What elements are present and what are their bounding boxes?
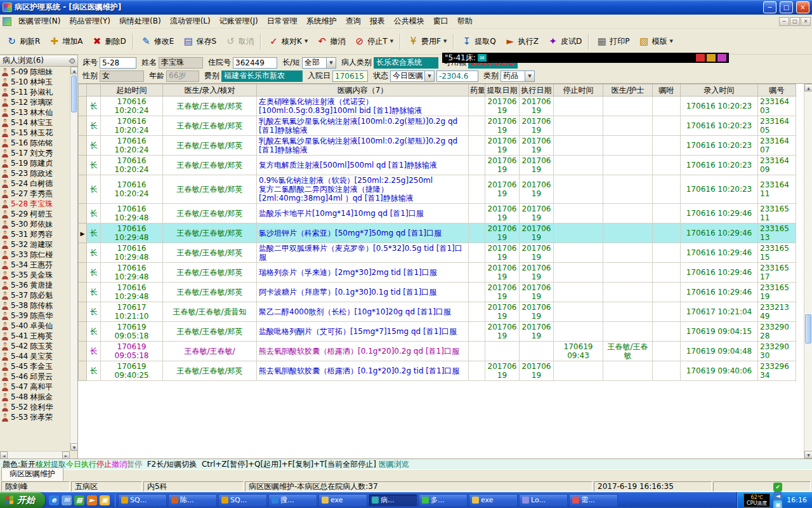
- patient-item[interactable]: 5-28 李宝珠: [0, 199, 70, 209]
- menu-item[interactable]: 日常管理: [263, 15, 302, 28]
- patient-item[interactable]: 5-13 林木仙: [0, 107, 70, 117]
- column-header[interactable]: [79, 84, 87, 97]
- patient-item[interactable]: 5-23 陈政述: [0, 168, 70, 178]
- order-row[interactable]: 长 170616 10:20:24 王春敏/王春敏/郑英 复方电解质注射液[50…: [79, 156, 796, 175]
- order-row[interactable]: 长 170619 09:05:18 王春敏/王春敏/郑英 盐酸吡格列酮片（艾可拓…: [79, 322, 796, 342]
- child-close-button[interactable]: ×: [801, 17, 811, 26]
- column-header[interactable]: 录入时间: [681, 84, 758, 97]
- patient-item[interactable]: 5-47 高和平: [0, 382, 70, 392]
- patient-item[interactable]: 5-27 李秀燕: [0, 189, 70, 199]
- menu-item[interactable]: 记账管理(J): [215, 15, 263, 28]
- dropdown-arrow-icon[interactable]: ▼: [424, 70, 435, 82]
- menu-item[interactable]: 流动管理(L): [166, 15, 215, 28]
- category-select[interactable]: 药品▼: [501, 70, 535, 82]
- column-header[interactable]: 停止时间: [554, 84, 603, 97]
- patient-item[interactable]: 5-38 陈传栋: [0, 300, 70, 311]
- column-header[interactable]: 提取日期: [485, 84, 520, 97]
- close-button[interactable]: ×: [796, 1, 809, 13]
- patient-item[interactable]: 5-44 吴宝英: [0, 351, 70, 361]
- column-header[interactable]: 医嘱内容（7）: [257, 84, 469, 97]
- add-button[interactable]: ✚ 增加A ▼: [44, 30, 87, 53]
- show-desktop-icon[interactable]: ▦: [74, 495, 84, 505]
- order-row[interactable]: 长 170616 10:29:48 王春敏/王春敏/郑英 盐酸乐卡地平片[10m…: [79, 204, 796, 224]
- task-button[interactable]: Lo...: [519, 494, 568, 507]
- order-row[interactable]: 长 170617 10:21:10 王春敏/王春敏/龚昔知 聚乙二醇4000散剂…: [79, 302, 796, 322]
- orders-browse-link[interactable]: 医嘱浏览: [379, 459, 409, 470]
- column-header[interactable]: 药量: [469, 84, 485, 97]
- scroll-thumb[interactable]: [805, 314, 811, 344]
- task-button[interactable]: 需...: [569, 494, 618, 507]
- tab-ward-orders[interactable]: 病区医嘱维护: [1, 467, 63, 481]
- order-row[interactable]: 长 170619 09:40:25 王春敏/王春敏/郑英 熊去氧胆酸软胶囊（梧露…: [79, 361, 796, 381]
- column-header[interactable]: 起始时间: [101, 84, 163, 97]
- scroll-down-icon[interactable]: ▼: [804, 451, 812, 458]
- admit-date-field[interactable]: 170615: [332, 70, 368, 82]
- patient-item[interactable]: 5-33 陈仁椪: [0, 250, 70, 260]
- menu-item[interactable]: 报表: [365, 15, 390, 28]
- column-header[interactable]: 医生/录入/核对: [163, 84, 257, 97]
- restore-button[interactable]: □: [780, 1, 793, 13]
- dropdown-arrow-icon[interactable]: ▼: [525, 70, 535, 82]
- cancel-button[interactable]: ↺ 取消 ▼: [221, 30, 258, 53]
- mail-icon[interactable]: ✉: [62, 495, 72, 505]
- order-row[interactable]: 长 170616 10:29:48 王春敏/王春敏/郑英 阿卡波糖片（拜唐苹）[…: [79, 283, 796, 302]
- skin-test-button[interactable]: ✦ 皮试D ▼: [543, 30, 586, 53]
- menu-item[interactable]: 帮助: [453, 15, 477, 28]
- order-row[interactable]: 长 170616 10:20:24 王春敏/王春敏/郑英 左奥硝唑氯化钠注射液（…: [79, 97, 796, 116]
- network-icon[interactable]: ▣: [773, 500, 782, 508]
- menu-item[interactable]: 医嘱管理(N): [14, 15, 65, 28]
- scroll-thumb[interactable]: [71, 76, 77, 112]
- delete-button[interactable]: ✖ 删除D ▼: [88, 30, 131, 53]
- task-button[interactable]: exe: [318, 494, 367, 507]
- patient-item[interactable]: 5-24 白树德: [0, 178, 70, 189]
- patient-item[interactable]: 5-32 游建琛: [0, 239, 70, 250]
- order-row[interactable]: 长 170619 09:05:18 王春敏/王春敏/ 熊去氧胆酸软胶囊（梧露洒）…: [79, 342, 796, 361]
- refresh-button[interactable]: ↻ 刷新R ▼: [2, 30, 44, 53]
- child-minimize-button[interactable]: ─: [779, 17, 789, 26]
- patient-item[interactable]: 5-36 黄唐捷: [0, 280, 70, 290]
- menu-item[interactable]: 公共模块: [390, 15, 429, 28]
- media-player-icon[interactable]: ►: [87, 495, 97, 505]
- mail-icon[interactable]: ✉: [478, 54, 487, 62]
- alert-icon[interactable]: [696, 54, 705, 62]
- order-row[interactable]: 长 170616 10:29:48 王春敏/王春敏/郑英 氯沙坦钾片（科索亚）[…: [79, 224, 796, 243]
- column-header[interactable]: 医生/护士: [603, 84, 653, 97]
- patient-item[interactable]: 5-19 陈建贞: [0, 158, 70, 168]
- patient-item[interactable]: 5-52 徐利华: [0, 402, 70, 412]
- patient-item[interactable]: 5-29 柯碧玉: [0, 209, 70, 219]
- menu-item[interactable]: 窗口: [429, 15, 453, 28]
- minimize-button[interactable]: ─: [763, 1, 776, 13]
- undo-button[interactable]: ↶ 撤消 ▼: [312, 30, 350, 53]
- ie-icon[interactable]: e: [49, 495, 59, 505]
- task-button[interactable]: 多...: [419, 494, 468, 507]
- message-icon[interactable]: [717, 54, 726, 62]
- age-field[interactable]: 66岁: [166, 70, 199, 82]
- extract-button[interactable]: ↧ 提取Q ▼: [457, 30, 500, 53]
- order-row[interactable]: 长 170616 10:20:24 王春敏/王春敏/郑英 0.9%氯化钠注射液（…: [79, 175, 796, 204]
- patient-item[interactable]: 5-48 林振金: [0, 392, 70, 402]
- task-button[interactable]: SQ...: [218, 494, 267, 507]
- patient-item[interactable]: 5-34 王惠芬: [0, 260, 70, 270]
- patient-item[interactable]: 5-09 陈细妹: [0, 67, 70, 77]
- security-icon[interactable]: ✔: [773, 483, 782, 491]
- orders-grid-vscroll[interactable]: ▲ ▼: [804, 84, 812, 458]
- pin-icon[interactable]: [69, 57, 75, 64]
- child-restore-button[interactable]: □: [790, 17, 800, 26]
- order-row[interactable]: 长 170616 10:29:48 王春敏/王春敏/郑英 瑞格列奈片（孚来迪）[…: [79, 263, 796, 283]
- order-row[interactable]: 长 170616 10:20:24 王春敏/王春敏/郑英 乳酸左氧氟沙星氯化钠注…: [79, 116, 796, 136]
- patient-item[interactable]: 5-11 孙淑礼: [0, 87, 70, 97]
- patient-item[interactable]: 5-10 林坤玉: [0, 77, 70, 87]
- sex-field[interactable]: 女: [100, 70, 144, 82]
- patient-item[interactable]: 5-15 林玉花: [0, 128, 70, 138]
- patient-item[interactable]: 5-30 郑依妹: [0, 219, 70, 229]
- patient-item[interactable]: 5-42 陈玉英: [0, 341, 70, 351]
- patient-item[interactable]: 5-16 陈佑铭: [0, 138, 70, 148]
- dropdown-arrow-icon[interactable]: ▼: [326, 57, 336, 69]
- order-row[interactable]: 长 170616 10:29:48 王春敏/王春敏/郑英 盐酸二甲双胍缓释片（麦…: [79, 243, 796, 263]
- task-button[interactable]: 病...: [369, 494, 417, 507]
- edit-button[interactable]: ✎ 修改E ▼: [136, 30, 179, 53]
- patient-item[interactable]: 5-39 陈燕华: [0, 311, 70, 321]
- scroll-up-icon[interactable]: ▲: [804, 84, 812, 91]
- print-button[interactable]: ▦ 打印P ▼: [592, 30, 634, 53]
- long-short-select[interactable]: 全部▼: [302, 57, 336, 69]
